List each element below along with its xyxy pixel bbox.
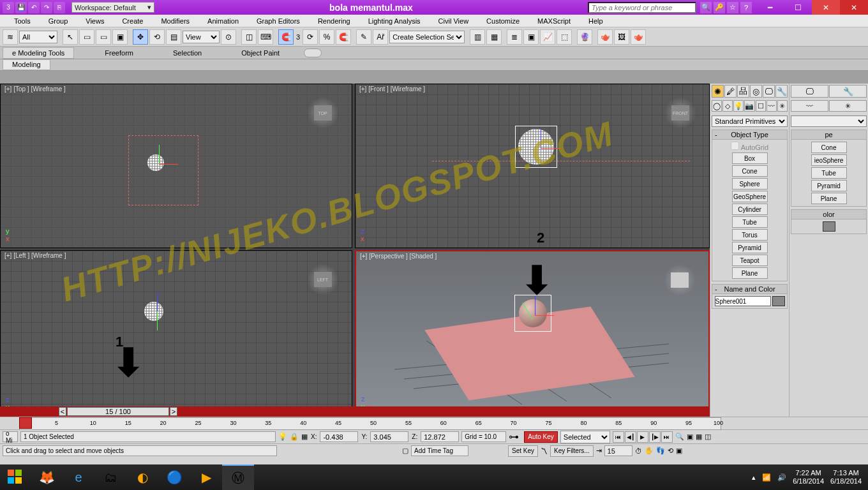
lights-category-icon[interactable]: 💡: [733, 100, 744, 112]
media-player-icon[interactable]: ▶: [190, 464, 222, 490]
menu-modifiers[interactable]: Modifiers: [152, 16, 198, 26]
prev-frame-icon[interactable]: ◀┃: [625, 431, 636, 443]
layer-manager-icon[interactable]: ≣: [507, 29, 522, 45]
ribbon-tab-object-paint[interactable]: Object Paint: [232, 48, 288, 58]
select-name-icon[interactable]: ▭: [79, 29, 94, 45]
rendered-frame-icon[interactable]: 🖼: [614, 29, 629, 45]
volume-icon[interactable]: 🔊: [777, 473, 786, 482]
binoculars-icon[interactable]: 🔍: [700, 2, 712, 13]
maximize-button[interactable]: ☐: [784, 0, 812, 15]
nav-zoom-icon[interactable]: 🔍: [675, 433, 684, 441]
firefox-icon[interactable]: 🦊: [31, 464, 63, 490]
cone-button-2[interactable]: Cone: [811, 142, 847, 153]
ribbon-tab-selection[interactable]: Selection: [164, 48, 211, 58]
nav-pan-icon[interactable]: ✋: [645, 447, 654, 455]
play-icon[interactable]: ▶: [637, 431, 648, 443]
daemon-icon[interactable]: ◐: [126, 464, 158, 490]
nav-zoom-ext-icon[interactable]: ▦: [696, 433, 702, 441]
viewcube-top[interactable]: TOP: [307, 97, 339, 129]
material-editor-icon[interactable]: 🔮: [577, 29, 592, 45]
x-spinner[interactable]: -0.438: [320, 431, 358, 442]
scale-icon[interactable]: ▤: [166, 29, 181, 45]
clock-2[interactable]: 7:13 AM6/18/2014: [830, 469, 862, 486]
menu-rendering[interactable]: Rendering: [309, 16, 359, 26]
modify-tab-icon[interactable]: 🖉: [724, 85, 737, 98]
align-icon[interactable]: ▦: [486, 29, 502, 45]
hierarchy-tab-icon[interactable]: 品: [737, 85, 749, 98]
key-icon[interactable]: 🔑: [714, 2, 725, 13]
selection-filter[interactable]: All: [19, 31, 57, 43]
nav-fov-icon[interactable]: ◫: [705, 433, 711, 441]
plane-button[interactable]: Plane: [732, 267, 768, 279]
viewport-left[interactable]: [+] [Left ] [Wireframe ] LEFT zy 1 ⬇: [0, 250, 352, 417]
set-key-button[interactable]: Set Key: [508, 445, 538, 457]
geosphere-button[interactable]: GeoSphere: [732, 191, 768, 202]
ribbon-tab-modeling-tools[interactable]: e Modeling Tools: [3, 47, 74, 59]
menu-views[interactable]: Views: [77, 16, 113, 26]
graphite-icon[interactable]: ▣: [523, 29, 539, 45]
spacewarps2-icon[interactable]: 〰: [791, 100, 828, 112]
chrome-icon[interactable]: 🔵: [158, 464, 190, 490]
key-filter-icon[interactable]: 〽: [541, 447, 548, 455]
current-frame-spinner[interactable]: 15: [604, 445, 632, 456]
menu-graph-editors[interactable]: Graph Editors: [248, 16, 309, 26]
explorer-icon[interactable]: 🗂: [94, 464, 126, 490]
tube-button-2[interactable]: Tube: [811, 167, 847, 179]
keyboard-shortcut-icon[interactable]: ⌨: [258, 29, 273, 45]
motion-tab-icon[interactable]: ◎: [750, 85, 762, 98]
object-color-swatch-2[interactable]: [823, 221, 835, 232]
cameras-category-icon[interactable]: 📷: [744, 100, 754, 112]
workspace-selector[interactable]: Workspace: Default▾: [71, 2, 154, 13]
object-color-swatch[interactable]: [772, 296, 785, 306]
nav-zoom-all-icon[interactable]: ▣: [687, 433, 693, 441]
percent-snap-icon[interactable]: %: [319, 29, 334, 45]
viewport-top[interactable]: [+] [Top ] [Wireframe ] TOP yx: [0, 84, 352, 248]
geometry-type-dropdown-2[interactable]: [791, 115, 867, 127]
geometry-category-icon[interactable]: ◯: [712, 100, 722, 112]
edit-named-sel-icon[interactable]: ✎: [356, 29, 371, 45]
pyramid-button-2[interactable]: Pyramid: [811, 180, 847, 191]
sphere-button[interactable]: Sphere: [732, 178, 768, 189]
menu-customize[interactable]: Customize: [477, 16, 528, 26]
shapes-category-icon[interactable]: ◇: [722, 100, 733, 112]
menu-tools[interactable]: Tools: [5, 16, 40, 26]
lock-icon[interactable]: 🔒: [290, 433, 299, 441]
auto-key-button[interactable]: Auto Key: [524, 431, 558, 443]
time-tag-icon[interactable]: ▢: [402, 447, 408, 455]
timeline-ruler[interactable]: 0 5 10 15 20 25 30 35 40 45 50 55 60 65 …: [0, 417, 868, 429]
plane-button-2[interactable]: Plane: [811, 193, 847, 204]
systems2-icon[interactable]: ✳: [829, 100, 867, 112]
curve-editor-icon[interactable]: 📈: [540, 29, 555, 45]
display-tab2-icon[interactable]: 🖵: [791, 85, 828, 98]
angle-snap-icon[interactable]: ⟳: [303, 29, 318, 45]
z-spinner[interactable]: 12.872: [421, 431, 459, 442]
menu-help[interactable]: Help: [580, 16, 612, 26]
named-sel-lock-icon[interactable]: Ař: [373, 29, 388, 45]
key-mode-icon[interactable]: ⊶: [509, 431, 521, 443]
helpers-category-icon[interactable]: ☐: [756, 100, 766, 112]
menu-animation[interactable]: Animation: [198, 16, 248, 26]
ribbon-tab-freeform[interactable]: Freeform: [96, 48, 142, 58]
window-crossing-icon[interactable]: ▣: [112, 29, 128, 45]
menu-lighting-analysis[interactable]: Lighting Analysis: [359, 16, 430, 26]
display-tab-icon[interactable]: 🖵: [763, 85, 775, 98]
time-next-button[interactable]: >: [170, 407, 177, 416]
snap-toggle-icon[interactable]: 🧲: [278, 29, 294, 45]
undo-icon[interactable]: ↶: [28, 2, 40, 13]
torus-button[interactable]: Torus: [732, 229, 768, 241]
key-filter-dropdown[interactable]: Selected: [560, 431, 610, 443]
geometry-type-dropdown[interactable]: Standard Primitives: [712, 115, 788, 127]
start-button[interactable]: [0, 464, 31, 490]
link-icon[interactable]: ⎘: [54, 2, 65, 13]
viewcube-left[interactable]: LEFT: [307, 264, 339, 295]
named-selection-set[interactable]: Create Selection Se: [389, 31, 465, 43]
utilities-tab2-icon[interactable]: 🔧: [829, 85, 867, 98]
ribbon-subtab-modeling[interactable]: Modeling: [3, 59, 50, 70]
nav-walk-icon[interactable]: 👣: [656, 447, 665, 455]
close-button-2[interactable]: ✕: [840, 0, 868, 15]
frame-0-key[interactable]: [19, 417, 32, 429]
selection-lock-icon[interactable]: ≋: [3, 29, 18, 45]
app-menu-icon[interactable]: 3: [3, 2, 14, 13]
move-icon[interactable]: ✥: [133, 29, 148, 45]
time-slider[interactable]: < 15 / 100 >: [67, 407, 169, 416]
